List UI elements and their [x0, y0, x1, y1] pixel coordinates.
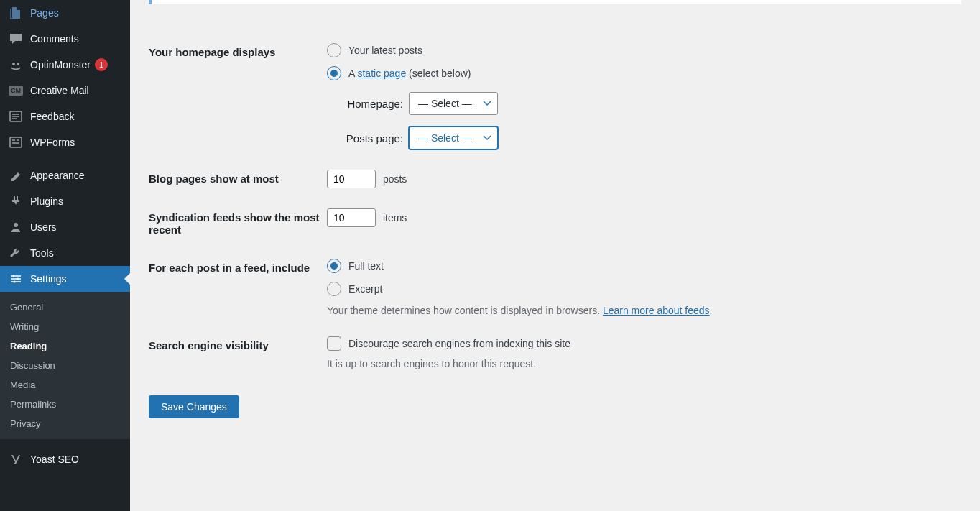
radio-label: Your latest posts	[348, 45, 422, 56]
submenu-privacy[interactable]: Privacy	[0, 414, 130, 433]
tools-icon	[9, 246, 23, 260]
sidebar-item-creativemail[interactable]: CM Creative Mail	[0, 78, 130, 103]
svg-point-6	[17, 278, 19, 280]
sidebar-item-label: Yoast SEO	[30, 454, 79, 465]
settings-submenu: General Writing Reading Discussion Media…	[0, 292, 130, 439]
sidebar-item-optinmonster[interactable]: OptinMonster 1	[0, 52, 130, 78]
update-badge: 1	[95, 58, 108, 71]
svg-rect-3	[10, 137, 22, 147]
label-feed-include: For each post in a feed, include	[149, 249, 327, 326]
sidebar-item-settings[interactable]: Settings	[0, 266, 130, 292]
select-postspage[interactable]: — Select —	[409, 126, 498, 149]
search-visibility-desc: It is up to search engines to honor this…	[327, 358, 954, 369]
submenu-media[interactable]: Media	[0, 375, 130, 395]
label-homepage-select: Homepage:	[341, 98, 403, 110]
radio-static-page[interactable]	[327, 66, 341, 80]
svg-point-7	[14, 281, 16, 283]
svg-point-5	[13, 275, 15, 277]
label-postspage-select: Posts page:	[341, 132, 403, 144]
optinmonster-icon	[9, 57, 23, 72]
sidebar-item-wpforms[interactable]: WPForms	[0, 129, 130, 155]
sidebar-item-label: OptinMonster	[30, 59, 91, 70]
sidebar-item-plugins[interactable]: Plugins	[0, 188, 130, 214]
sidebar-item-pages[interactable]: Pages	[0, 0, 130, 26]
submenu-permalinks[interactable]: Permalinks	[0, 395, 130, 414]
comments-icon	[9, 32, 23, 46]
sidebar-item-comments[interactable]: Comments	[0, 26, 130, 52]
label-homepage-displays: Your homepage displays	[149, 33, 327, 160]
submenu-general[interactable]: General	[0, 298, 130, 317]
svg-point-4	[14, 223, 18, 227]
plugins-icon	[9, 194, 23, 208]
label-search-visibility: Search engine visibility	[149, 326, 327, 379]
checkbox-discourage-search[interactable]	[327, 336, 341, 351]
sidebar-item-label: Tools	[30, 247, 54, 259]
sidebar-item-label: Feedback	[30, 111, 74, 122]
save-changes-button[interactable]: Save Changes	[149, 395, 239, 418]
pages-icon	[9, 6, 23, 20]
sidebar-item-label: Creative Mail	[30, 85, 89, 96]
yoast-icon	[9, 452, 23, 466]
sidebar-item-appearance[interactable]: Appearance	[0, 162, 130, 188]
input-rss-items[interactable]	[327, 208, 376, 227]
sidebar-item-label: Pages	[30, 7, 59, 19]
sidebar-item-label: Appearance	[30, 170, 85, 181]
sidebar-item-users[interactable]: Users	[0, 214, 130, 240]
select-homepage[interactable]: — Select —	[409, 92, 498, 115]
appearance-icon	[9, 168, 23, 183]
checkbox-label: Discourage search engines from indexing …	[348, 338, 570, 349]
creativemail-icon: CM	[9, 83, 23, 98]
sidebar-item-yoast[interactable]: Yoast SEO	[0, 446, 130, 472]
radio-label: Excerpt	[348, 283, 382, 295]
users-icon	[9, 220, 23, 234]
sidebar-item-label: Comments	[30, 33, 79, 45]
admin-sidebar: Pages Comments OptinMonster 1 CM Creativ…	[0, 0, 130, 511]
label-blog-pages: Blog pages show at most	[149, 160, 327, 198]
feed-description: Your theme determines how content is dis…	[327, 305, 954, 316]
sidebar-item-tools[interactable]: Tools	[0, 240, 130, 266]
settings-reading-content: Your homepage displays Your latest posts…	[130, 0, 980, 511]
svg-point-0	[12, 63, 15, 65]
learn-feeds-link[interactable]: Learn more about feeds	[603, 305, 710, 316]
input-posts-per-page[interactable]	[327, 170, 376, 188]
radio-full-text[interactable]	[327, 259, 341, 273]
sidebar-item-label: WPForms	[30, 137, 75, 148]
svg-point-1	[17, 63, 19, 65]
submenu-writing[interactable]: Writing	[0, 317, 130, 336]
label-syndication: Syndication feeds show the most recent	[149, 198, 327, 249]
notice-bar	[149, 0, 961, 4]
radio-label: Full text	[348, 260, 384, 272]
sidebar-item-label: Plugins	[30, 195, 63, 207]
radio-label: A static page (select below)	[348, 68, 471, 79]
static-page-link[interactable]: static page	[357, 68, 406, 79]
submenu-reading[interactable]: Reading	[0, 336, 130, 356]
wpforms-icon	[9, 135, 23, 149]
sidebar-item-label: Users	[30, 221, 57, 233]
radio-latest-posts[interactable]	[327, 43, 341, 57]
submenu-discussion[interactable]: Discussion	[0, 356, 130, 375]
suffix-posts: posts	[383, 173, 407, 185]
feedback-icon	[9, 109, 23, 124]
radio-excerpt[interactable]	[327, 282, 341, 296]
suffix-items: items	[383, 212, 407, 224]
sidebar-item-feedback[interactable]: Feedback	[0, 103, 130, 129]
sidebar-item-label: Settings	[30, 273, 67, 285]
settings-icon	[9, 272, 23, 286]
